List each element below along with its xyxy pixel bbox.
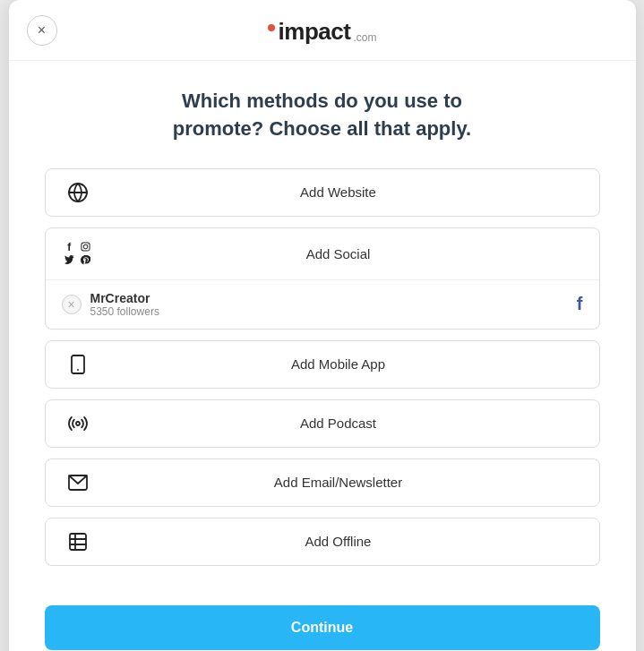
podcast-icon bbox=[62, 413, 94, 434]
remove-icon: × bbox=[67, 297, 74, 312]
page-title: Which methods do you use to promote? Cho… bbox=[45, 88, 600, 143]
logo-com: .com bbox=[353, 31, 376, 44]
svg-point-3 bbox=[83, 244, 88, 249]
close-button[interactable]: × bbox=[27, 15, 57, 46]
twitter-mini-icon bbox=[62, 254, 78, 267]
add-website-row[interactable]: Add Website bbox=[45, 168, 600, 217]
continue-button[interactable]: Continue bbox=[45, 605, 600, 650]
close-icon: × bbox=[38, 22, 46, 39]
offline-icon bbox=[62, 531, 94, 552]
instagram-mini-icon bbox=[78, 241, 94, 253]
logo: impact .com bbox=[268, 18, 377, 46]
add-email-label: Add Email/Newsletter bbox=[94, 475, 583, 490]
logo-dot bbox=[268, 24, 275, 31]
facebook-mini-icon: f bbox=[62, 241, 78, 253]
svg-point-4 bbox=[88, 244, 89, 245]
add-mobile-label: Add Mobile App bbox=[94, 356, 583, 372]
add-website-label: Add Website bbox=[94, 184, 583, 200]
svg-rect-9 bbox=[70, 534, 86, 550]
email-icon bbox=[62, 472, 94, 493]
logo-text: impact bbox=[279, 18, 351, 46]
mobile-icon bbox=[62, 354, 94, 375]
svg-point-7 bbox=[76, 422, 80, 425]
modal-container: × impact .com Which methods do you use t… bbox=[9, 0, 636, 651]
globe-icon bbox=[62, 182, 94, 203]
add-podcast-row[interactable]: Add Podcast bbox=[45, 399, 600, 448]
add-podcast-label: Add Podcast bbox=[94, 415, 583, 431]
add-email-row[interactable]: Add Email/Newsletter bbox=[45, 458, 600, 507]
svg-rect-5 bbox=[72, 355, 84, 373]
social-entry-followers: 5350 followers bbox=[90, 305, 577, 318]
social-icons-group: f bbox=[62, 241, 94, 267]
modal-body: Which methods do you use to promote? Cho… bbox=[9, 61, 636, 595]
social-entry-name: MrCreator bbox=[90, 291, 577, 305]
social-entry-info: MrCreator 5350 followers bbox=[90, 291, 577, 318]
add-offline-label: Add Offline bbox=[94, 534, 583, 549]
remove-social-entry-button[interactable]: × bbox=[62, 295, 82, 314]
add-offline-row[interactable]: Add Offline bbox=[45, 518, 600, 566]
add-social-section: f Add Social × bbox=[45, 227, 600, 330]
pinterest-mini-icon bbox=[78, 254, 94, 267]
modal-header: × impact .com bbox=[9, 0, 636, 61]
facebook-icon: f bbox=[577, 294, 583, 314]
social-entry-mrcreator: × MrCreator 5350 followers f bbox=[46, 280, 599, 329]
svg-rect-2 bbox=[82, 243, 90, 251]
add-mobile-row[interactable]: Add Mobile App bbox=[45, 340, 600, 389]
add-social-label: Add Social bbox=[94, 246, 583, 261]
add-social-row[interactable]: f Add Social bbox=[46, 228, 599, 280]
